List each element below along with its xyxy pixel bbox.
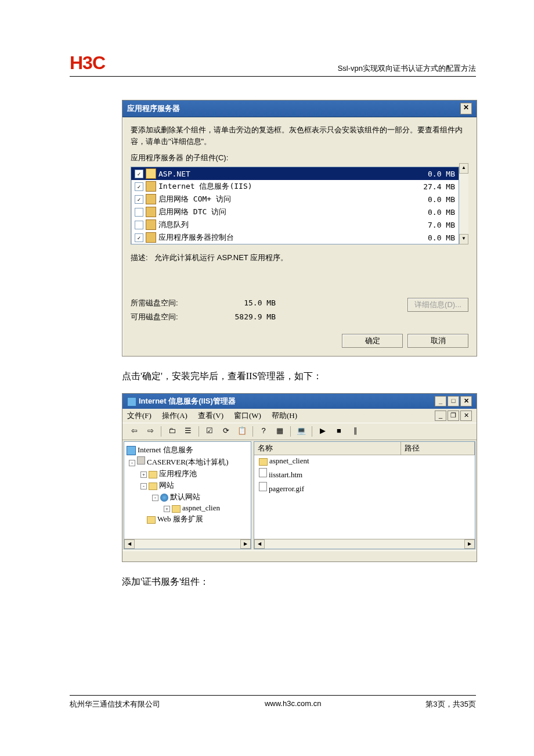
- component-label: ASP.NET: [158, 170, 190, 178]
- menu-item[interactable]: 查看(V): [198, 411, 223, 421]
- up-icon[interactable]: 🗀: [165, 425, 179, 438]
- disk-req-val: 15.0 MB: [212, 298, 276, 307]
- maximize-icon[interactable]: □: [448, 396, 459, 406]
- stop-icon[interactable]: ■: [332, 425, 346, 438]
- tree-root[interactable]: Internet 信息服务: [138, 445, 193, 454]
- dialog-titlebar: 应用程序服务器 ✕: [122, 100, 477, 117]
- expand-icon[interactable]: +: [140, 471, 147, 478]
- disk-req-label: 所需磁盘空间:: [131, 298, 212, 308]
- component-row[interactable]: ✓应用程序服务器控制台0.0 MB: [131, 231, 459, 244]
- list-icon[interactable]: ☰: [181, 425, 195, 438]
- close-icon[interactable]: ✕: [460, 103, 472, 114]
- mdi-restore-icon[interactable]: ❐: [448, 411, 459, 421]
- pause-icon[interactable]: ∥: [348, 425, 362, 438]
- component-label: 启用网络 COM+ 访问: [158, 194, 231, 204]
- scrollbar[interactable]: ▲ ▼: [459, 163, 468, 244]
- component-list[interactable]: ✓ASP.NET0.0 MB✓Internet 信息服务(IIS)27.4 MB…: [131, 167, 459, 244]
- component-label: 消息队列: [158, 219, 189, 230]
- cancel-button[interactable]: 取消: [407, 334, 468, 348]
- help-icon[interactable]: ?: [257, 425, 270, 438]
- folder-icon: [147, 516, 156, 524]
- expand-icon[interactable]: +: [164, 506, 170, 512]
- mdi-minimize-icon[interactable]: _: [435, 411, 446, 421]
- component-row[interactable]: ✓ASP.NET0.0 MB: [131, 167, 459, 180]
- scroll-up-icon[interactable]: ▲: [459, 163, 468, 174]
- col-path[interactable]: 路径: [401, 442, 475, 455]
- hscroll-right-icon[interactable]: ▶: [240, 539, 251, 549]
- desc-text: 允许此计算机运行 ASP.NET 应用程序。: [154, 253, 288, 262]
- statusbar: [122, 550, 477, 561]
- refresh-icon[interactable]: ⟳: [219, 425, 233, 438]
- forward-icon[interactable]: ⇨: [143, 425, 157, 438]
- collapse-icon[interactable]: -: [152, 495, 158, 501]
- component-size: 0.0 MB: [428, 208, 455, 217]
- component-row[interactable]: ✓Internet 信息服务(IIS)27.4 MB: [131, 180, 459, 193]
- tree-web-ext[interactable]: Web 服务扩展: [157, 514, 203, 523]
- connect-icon[interactable]: 💻: [294, 425, 308, 438]
- list-view[interactable]: 名称 路径 aspnet_clientiisstart.htmpagerror.…: [254, 441, 475, 549]
- component-size: 0.0 MB: [428, 195, 455, 204]
- mdi-close-icon[interactable]: ✕: [460, 411, 472, 421]
- tree-aspnet-client[interactable]: aspnet_clien: [182, 503, 220, 512]
- back-icon[interactable]: ⇦: [127, 425, 141, 438]
- component-size: 0.0 MB: [428, 170, 455, 178]
- component-label: 应用程序服务器控制台: [158, 232, 234, 243]
- col-name[interactable]: 名称: [254, 442, 401, 455]
- page-footer: 杭州华三通信技术有限公司 www.h3c.com.cn 第3页，共35页: [70, 695, 476, 710]
- collapse-icon[interactable]: -: [140, 483, 147, 489]
- body-text-1: 点击'确定'，安装完毕后，查看IIS管理器，如下：: [122, 370, 476, 383]
- checkbox[interactable]: [135, 221, 143, 229]
- menu-item[interactable]: 操作(A): [162, 411, 187, 421]
- page-header: H3C Ssl-vpn实现双向证书认证方式的配置方法: [70, 52, 476, 77]
- globe-icon: [160, 494, 168, 502]
- description-row: 描述: 允许此计算机运行 ASP.NET 应用程序。: [131, 253, 468, 263]
- tree-server[interactable]: CASERVER(本地计算机): [147, 458, 229, 466]
- menu-item[interactable]: 文件(F): [127, 411, 151, 421]
- scroll-down-icon[interactable]: ▼: [459, 234, 468, 244]
- tree-sites[interactable]: 网站: [159, 481, 174, 489]
- component-size: 27.4 MB: [423, 182, 455, 191]
- properties-icon[interactable]: ☑: [203, 425, 217, 438]
- component-icon: [146, 181, 156, 192]
- hscroll-right-icon[interactable]: ▶: [464, 539, 475, 549]
- export-icon[interactable]: 📋: [235, 425, 249, 438]
- checkbox[interactable]: [135, 208, 143, 217]
- hscroll-left-icon[interactable]: ◀: [254, 539, 265, 549]
- menu-item[interactable]: 帮助(H): [272, 411, 297, 421]
- list-item[interactable]: iisstart.htm: [254, 467, 475, 481]
- component-icon: [146, 219, 156, 230]
- folder-icon: [172, 505, 181, 513]
- component-row[interactable]: 启用网络 DTC 访问0.0 MB: [131, 206, 459, 218]
- tree-apppool[interactable]: 应用程序池: [159, 469, 197, 478]
- checkbox[interactable]: ✓: [135, 195, 143, 204]
- iis-manager-window: Internet 信息服务(IIS)管理器 _ □ ✕ 文件(F)操作(A)查看…: [122, 393, 477, 562]
- collapse-icon[interactable]: -: [129, 460, 135, 466]
- folder-icon: [149, 471, 157, 478]
- play-icon[interactable]: ▶: [316, 425, 330, 438]
- component-label: Internet 信息服务(IIS): [158, 181, 252, 192]
- root-icon: [127, 446, 136, 455]
- dialog-intro: 要添加或删除某个组件，请单击旁边的复选框。灰色框表示只会安装该组件的一部分。要查…: [131, 124, 468, 147]
- hscroll-left-icon[interactable]: ◀: [124, 539, 135, 549]
- component-row[interactable]: 消息队列7.0 MB: [131, 218, 459, 231]
- checkbox[interactable]: ✓: [135, 170, 143, 178]
- menu-item[interactable]: 窗口(W): [234, 411, 261, 421]
- tree-view[interactable]: Internet 信息服务 -CASERVER(本地计算机) +应用程序池 -网…: [124, 441, 251, 549]
- file-icon: [259, 482, 267, 491]
- component-icon: [146, 232, 156, 243]
- checkbox[interactable]: ✓: [135, 182, 143, 191]
- component-icon: [146, 207, 156, 217]
- minimize-icon[interactable]: _: [435, 396, 446, 406]
- view-icon[interactable]: ▦: [273, 425, 287, 438]
- disk-free-label: 可用磁盘空间:: [131, 312, 212, 322]
- details-button: 详细信息(D)...: [407, 298, 468, 312]
- list-item[interactable]: pagerror.gif: [254, 481, 475, 495]
- list-header: 名称 路径: [254, 442, 475, 455]
- component-icon: [146, 194, 156, 204]
- ok-button[interactable]: 确定: [342, 334, 403, 348]
- close-icon[interactable]: ✕: [460, 396, 472, 406]
- checkbox[interactable]: ✓: [135, 233, 143, 242]
- tree-default-site[interactable]: 默认网站: [170, 492, 200, 501]
- component-row[interactable]: ✓启用网络 COM+ 访问0.0 MB: [131, 193, 459, 206]
- list-item[interactable]: aspnet_client: [254, 455, 475, 467]
